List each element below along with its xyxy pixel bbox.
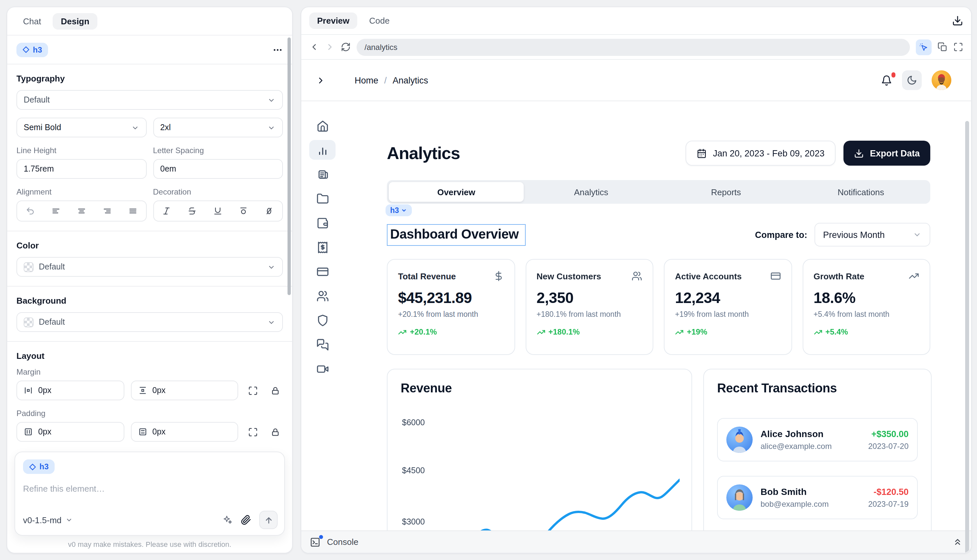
background-select[interactable]: Default [17, 312, 283, 332]
tab-design[interactable]: Design [53, 13, 97, 29]
shield-icon[interactable] [309, 310, 336, 330]
decoration-label: Decoration [153, 187, 283, 197]
align-right-icon[interactable] [94, 201, 120, 221]
line-height-input[interactable]: 1.75rem [17, 159, 146, 179]
stat-trend-value: +180.1% [549, 327, 580, 337]
chevrons-up-icon[interactable] [953, 537, 962, 547]
padding-expand-icon[interactable] [245, 427, 261, 437]
stat-card-active-accounts: Active Accounts 12,234 +19% from last mo… [664, 259, 792, 355]
font-size-select[interactable]: 2xl [153, 118, 283, 137]
layout-label: Layout [17, 351, 283, 361]
sidebar-toggle-icon[interactable] [316, 75, 326, 85]
export-data-button[interactable]: Export Data [843, 141, 930, 166]
no-decoration-icon[interactable] [257, 201, 282, 221]
forward-icon[interactable] [325, 42, 335, 52]
send-button[interactable] [259, 511, 278, 529]
select-cursor-icon[interactable] [916, 39, 932, 55]
stat-title: Growth Rate [813, 271, 865, 281]
selected-element-badge[interactable]: h3 [17, 42, 48, 57]
undo-icon[interactable] [17, 201, 43, 221]
tab-overview[interactable]: Overview [389, 182, 524, 202]
line-height-label: Line Height [17, 146, 146, 155]
preview-panel: Preview Code /analytics Home / Analytics [301, 7, 972, 553]
folder-icon[interactable] [309, 188, 336, 208]
users-icon[interactable] [309, 286, 336, 306]
preview-scrollbar[interactable] [965, 121, 969, 553]
preview-header: Preview Code [301, 7, 971, 34]
url-bar[interactable]: /analytics [356, 38, 910, 55]
fullscreen-icon[interactable] [953, 42, 963, 52]
refresh-icon[interactable] [341, 42, 351, 52]
letter-spacing-input[interactable]: 0em [153, 159, 283, 179]
strikethrough-icon[interactable] [179, 201, 205, 221]
tab-preview[interactable]: Preview [309, 12, 357, 29]
bar-chart-icon[interactable] [309, 140, 336, 160]
letter-spacing-label: Letter Spacing [153, 146, 283, 155]
tab-code[interactable]: Code [361, 12, 397, 29]
compare-label: Compare to: [755, 230, 807, 240]
transaction-email: bob@example.com [761, 500, 829, 509]
copy-icon[interactable] [937, 42, 947, 52]
wallet-icon[interactable] [309, 213, 336, 233]
font-select[interactable]: Default [17, 90, 283, 110]
padding-y-input[interactable]: 0px [130, 422, 238, 442]
margin-y-value: 0px [152, 386, 166, 395]
stat-title: New Customers [537, 271, 601, 281]
tab-notifications[interactable]: Notifications [793, 182, 928, 202]
margin-y-input[interactable]: 0px [130, 380, 238, 400]
underline-icon[interactable] [205, 201, 231, 221]
tab-chat[interactable]: Chat [15, 13, 49, 29]
margin-x-input[interactable]: 0px [17, 380, 124, 400]
chevron-down-icon [401, 207, 408, 213]
page-title: Analytics [387, 143, 460, 163]
dark-mode-toggle[interactable] [902, 70, 922, 90]
padding-y-value: 0px [152, 427, 166, 437]
padding-lock-icon[interactable] [267, 427, 283, 437]
align-center-icon[interactable] [69, 201, 94, 221]
tab-analytics[interactable]: Analytics [524, 182, 659, 202]
breadcrumb-home[interactable]: Home [355, 75, 378, 85]
padding-x-input[interactable]: 0px [17, 422, 124, 442]
line-height-value: 1.75rem [24, 164, 54, 173]
align-left-icon[interactable] [43, 201, 69, 221]
back-icon[interactable] [309, 42, 319, 52]
paperclip-icon[interactable] [241, 515, 251, 525]
tab-reports[interactable]: Reports [659, 182, 793, 202]
user-avatar[interactable] [932, 70, 951, 90]
stat-sub: +5.4% from last month [813, 310, 919, 318]
margin-lock-icon[interactable] [267, 385, 283, 395]
composer-input[interactable]: Refine this element… [23, 484, 276, 493]
margin-expand-icon[interactable] [245, 385, 261, 395]
console-bar[interactable]: Console [301, 530, 971, 553]
overline-icon[interactable] [231, 201, 257, 221]
compare-value: Previous Month [823, 230, 885, 240]
video-icon[interactable] [309, 359, 336, 378]
messages-icon[interactable] [309, 335, 336, 354]
invoice-icon[interactable] [309, 164, 336, 184]
download-icon[interactable] [952, 15, 963, 26]
credit-card-icon[interactable] [309, 262, 336, 281]
composer-element-chip[interactable]: h3 [23, 460, 55, 474]
receipt-icon[interactable] [309, 237, 336, 257]
selected-heading[interactable]: Dashboard Overview [387, 224, 526, 245]
ellipsis-icon[interactable] [273, 44, 283, 55]
selection-tag[interactable]: h3 [386, 204, 412, 216]
transactions-title: Recent Transactions [717, 381, 918, 396]
model-select[interactable]: v0-1.5-md [23, 515, 73, 525]
date-range-picker[interactable]: Jan 20, 2023 - Feb 09, 2023 [685, 141, 836, 166]
sparkles-icon[interactable] [223, 515, 233, 525]
align-justify-icon[interactable] [120, 201, 146, 221]
transaction-row[interactable]: Bob Smith bob@example.com -$120.50 2023-… [717, 476, 918, 519]
color-select[interactable]: Default [17, 257, 283, 277]
italic-icon[interactable] [154, 201, 179, 221]
compare-select[interactable]: Previous Month [815, 223, 930, 247]
chevron-down-icon [130, 123, 139, 132]
transaction-row[interactable]: Alice Johnson alice@example.com +$350.00… [717, 418, 918, 462]
users-icon [632, 271, 642, 281]
design-panel-scrollbar[interactable] [288, 37, 291, 295]
home-icon[interactable] [309, 116, 336, 135]
console-label: Console [327, 537, 358, 547]
notifications-bell-icon[interactable] [881, 75, 892, 86]
font-weight-select[interactable]: Semi Bold [17, 118, 146, 137]
stat-trend-value: +20.1% [410, 327, 437, 337]
